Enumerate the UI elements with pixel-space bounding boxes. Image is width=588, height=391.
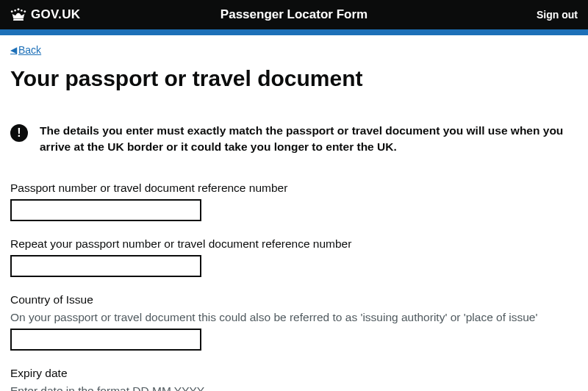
site-header: GOV.UK Passenger Locator Form Sign out bbox=[0, 0, 588, 29]
govuk-logo[interactable]: GOV.UK bbox=[10, 7, 80, 22]
repeat-passport-number-label: Repeat your passport number or travel do… bbox=[10, 237, 578, 251]
passport-number-group: Passport number or travel document refer… bbox=[10, 182, 578, 221]
expiry-date-label: Expiry date bbox=[10, 367, 578, 380]
back-link-text: Back bbox=[18, 44, 41, 56]
exclamation-icon: ! bbox=[10, 124, 28, 142]
passport-number-input[interactable] bbox=[10, 199, 201, 221]
country-of-issue-group: Country of Issue On your passport or tra… bbox=[10, 293, 578, 351]
main-content: ◀ Back Your passport or travel document … bbox=[0, 35, 588, 391]
sign-out-link[interactable]: Sign out bbox=[537, 9, 578, 21]
chevron-left-icon: ◀ bbox=[10, 45, 17, 55]
warning-text: The details you enter must exactly match… bbox=[40, 123, 578, 156]
passport-number-label: Passport number or travel document refer… bbox=[10, 182, 578, 195]
header-blue-bar bbox=[0, 29, 588, 35]
repeat-passport-number-group: Repeat your passport number or travel do… bbox=[10, 237, 578, 277]
country-of-issue-input[interactable] bbox=[10, 329, 201, 351]
expiry-date-hint: Enter date in the format DD MM YYYY bbox=[10, 384, 578, 391]
repeat-passport-number-input[interactable] bbox=[10, 255, 201, 277]
warning-callout: ! The details you enter must exactly mat… bbox=[10, 123, 578, 156]
crown-icon bbox=[10, 8, 26, 21]
govuk-logo-text: GOV.UK bbox=[31, 7, 80, 22]
page-title: Your passport or travel document bbox=[10, 66, 578, 92]
service-name: Passenger Locator Form bbox=[220, 7, 368, 22]
back-link[interactable]: ◀ Back bbox=[10, 44, 41, 56]
country-of-issue-hint: On your passport or travel document this… bbox=[10, 311, 578, 324]
expiry-date-group: Expiry date Enter date in the format DD … bbox=[10, 367, 578, 391]
country-of-issue-label: Country of Issue bbox=[10, 293, 578, 306]
